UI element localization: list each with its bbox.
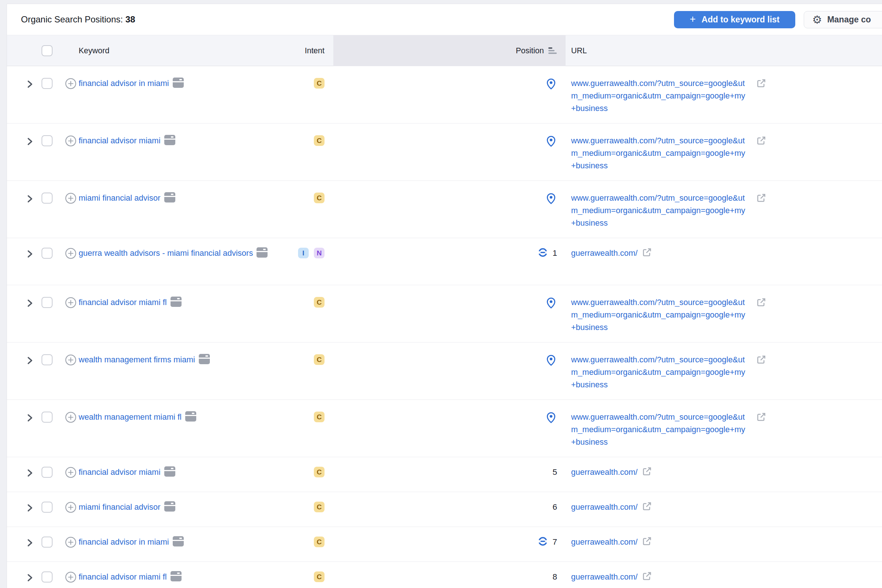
keyword-link[interactable]: financial advisor miami bbox=[79, 468, 160, 477]
table-row: financial advisor in miami C bbox=[7, 527, 882, 562]
external-link-icon[interactable] bbox=[642, 571, 652, 585]
row-checkbox[interactable] bbox=[42, 354, 52, 365]
expand-chevron-icon[interactable] bbox=[26, 503, 34, 514]
add-keyword-icon[interactable] bbox=[65, 193, 76, 206]
table-header: Keyword Intent Position URL bbox=[7, 35, 882, 66]
add-keyword-icon[interactable] bbox=[65, 572, 76, 584]
external-link-icon[interactable] bbox=[642, 501, 652, 515]
expand-chevron-icon[interactable] bbox=[26, 573, 34, 584]
row-checkbox[interactable] bbox=[42, 502, 52, 513]
expand-chevron-icon[interactable] bbox=[26, 194, 34, 205]
local-pack-pin-icon bbox=[545, 411, 557, 425]
expand-chevron-icon[interactable] bbox=[26, 538, 34, 549]
url-link[interactable]: www.guerrawealth.com/?utm_source=google&… bbox=[571, 412, 745, 447]
position-cell: 8 bbox=[333, 571, 557, 583]
keyword-link[interactable]: wealth management miami fl bbox=[79, 412, 182, 422]
gear-icon: ⚙ bbox=[812, 14, 822, 26]
external-link-icon[interactable] bbox=[756, 297, 766, 311]
external-link-icon[interactable] bbox=[756, 78, 766, 92]
keyword-link[interactable]: financial advisor miami fl bbox=[79, 572, 167, 581]
serp-features-icon bbox=[173, 78, 184, 92]
keyword-link[interactable]: financial advisor miami bbox=[79, 136, 160, 145]
add-button-label: Add to keyword list bbox=[702, 15, 780, 25]
add-keyword-icon[interactable] bbox=[65, 412, 76, 424]
column-header-url: URL bbox=[571, 45, 587, 57]
url-link[interactable]: www.guerrawealth.com/?utm_source=google&… bbox=[571, 136, 745, 170]
row-checkbox[interactable] bbox=[42, 78, 52, 89]
row-checkbox[interactable] bbox=[42, 248, 52, 259]
intent-badge-C: C bbox=[314, 412, 324, 422]
local-pack-pin-icon bbox=[545, 135, 557, 149]
expand-chevron-icon[interactable] bbox=[26, 137, 34, 148]
position-cell bbox=[333, 135, 557, 149]
add-keyword-icon[interactable] bbox=[65, 297, 76, 310]
url-cell: www.guerrawealth.com/?utm_source=google&… bbox=[571, 192, 747, 230]
add-to-keyword-list-button[interactable]: + Add to keyword list bbox=[674, 11, 795, 28]
keyword-link[interactable]: financial advisor in miami bbox=[79, 537, 169, 546]
row-checkbox[interactable] bbox=[42, 572, 52, 582]
expand-chevron-icon[interactable] bbox=[26, 249, 34, 260]
url-cell: www.guerrawealth.com/?utm_source=google&… bbox=[571, 296, 747, 334]
external-link-icon[interactable] bbox=[756, 412, 766, 426]
add-keyword-icon[interactable] bbox=[65, 537, 76, 549]
expand-chevron-icon[interactable] bbox=[26, 413, 34, 424]
external-link-icon[interactable] bbox=[642, 466, 652, 480]
expand-chevron-icon[interactable] bbox=[26, 468, 34, 479]
url-link[interactable]: www.guerrawealth.com/?utm_source=google&… bbox=[571, 355, 745, 389]
url-link[interactable]: guerrawealth.com/ bbox=[571, 248, 638, 258]
external-link-icon[interactable] bbox=[756, 136, 766, 149]
add-keyword-icon[interactable] bbox=[65, 248, 76, 261]
keyword-link[interactable]: financial advisor in miami bbox=[79, 79, 169, 88]
select-all-checkbox[interactable] bbox=[42, 45, 52, 56]
add-keyword-icon[interactable] bbox=[65, 354, 76, 367]
row-checkbox[interactable] bbox=[42, 135, 52, 146]
external-link-icon[interactable] bbox=[642, 536, 652, 550]
keyword-cell: miami financial advisor bbox=[79, 501, 270, 515]
local-pack-pin-icon bbox=[545, 297, 557, 310]
intent-cell: C bbox=[250, 502, 324, 512]
keyword-link[interactable]: miami financial advisor bbox=[79, 502, 160, 512]
row-checkbox[interactable] bbox=[42, 537, 52, 548]
intent-badge-C: C bbox=[314, 502, 324, 512]
manage-columns-button[interactable]: ⚙ Manage co bbox=[804, 11, 882, 28]
column-header-position[interactable]: Position bbox=[333, 35, 566, 66]
intent-badge-C: C bbox=[314, 193, 324, 203]
keyword-link[interactable]: financial advisor miami fl bbox=[79, 298, 167, 307]
row-checkbox[interactable] bbox=[42, 467, 52, 478]
keyword-cell: wealth management firms miami bbox=[79, 354, 270, 368]
expand-chevron-icon[interactable] bbox=[26, 80, 34, 90]
external-link-icon[interactable] bbox=[756, 193, 766, 207]
add-keyword-icon[interactable] bbox=[65, 467, 76, 480]
add-keyword-icon[interactable] bbox=[65, 78, 76, 91]
url-link[interactable]: www.guerrawealth.com/?utm_source=google&… bbox=[571, 79, 745, 113]
manage-button-label: Manage co bbox=[827, 15, 871, 25]
row-checkbox[interactable] bbox=[42, 412, 52, 423]
url-link[interactable]: guerrawealth.com/ bbox=[571, 468, 638, 477]
expand-chevron-icon[interactable] bbox=[26, 298, 34, 309]
external-link-icon[interactable] bbox=[642, 248, 652, 261]
keyword-link[interactable]: miami financial advisor bbox=[79, 193, 160, 202]
url-link[interactable]: guerrawealth.com/ bbox=[571, 502, 638, 512]
url-link[interactable]: www.guerrawealth.com/?utm_source=google&… bbox=[571, 193, 745, 228]
keyword-link[interactable]: guerra wealth advisors - miami financial… bbox=[79, 248, 253, 258]
row-checkbox[interactable] bbox=[42, 193, 52, 204]
add-keyword-icon[interactable] bbox=[65, 135, 76, 148]
expand-chevron-icon[interactable] bbox=[26, 356, 34, 367]
add-keyword-icon[interactable] bbox=[65, 502, 76, 514]
intent-badge-C: C bbox=[314, 572, 324, 582]
position-value: 1 bbox=[552, 247, 557, 260]
external-link-icon[interactable] bbox=[756, 355, 766, 368]
keyword-link[interactable]: wealth management firms miami bbox=[79, 355, 195, 364]
keyword-cell: financial advisor miami fl bbox=[79, 296, 270, 310]
url-link[interactable]: guerrawealth.com/ bbox=[571, 572, 638, 581]
table-row: miami financial advisor C bbox=[7, 181, 882, 238]
intent-cell: C bbox=[250, 354, 324, 365]
url-cell: guerrawealth.com/ bbox=[571, 536, 865, 550]
url-link[interactable]: guerrawealth.com/ bbox=[571, 537, 638, 546]
keyword-cell: financial advisor miami bbox=[79, 135, 270, 149]
row-checkbox[interactable] bbox=[42, 297, 52, 308]
table-row: financial advisor miami fl C bbox=[7, 562, 882, 588]
url-link[interactable]: www.guerrawealth.com/?utm_source=google&… bbox=[571, 298, 745, 332]
panel-header: Organic Search Positions: 38 + Add to ke… bbox=[7, 4, 882, 35]
intent-badge-C: C bbox=[314, 354, 324, 365]
